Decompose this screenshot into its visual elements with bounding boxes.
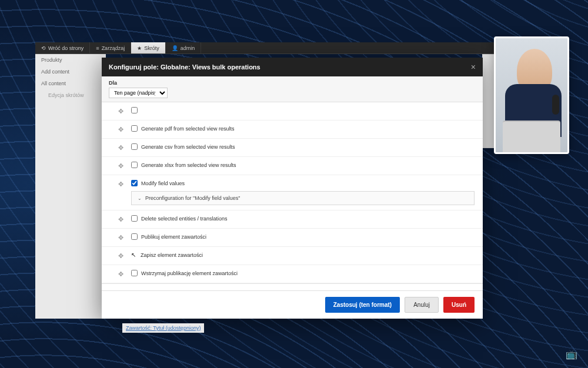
accordion-replacement[interactable]: ⌄ Global replacement patterns (for descr… (102, 283, 483, 290)
modal-title: Konfiguruj pole: Globalne: Views bulk op… (109, 63, 260, 71)
operation-checkbox-line[interactable]: ↖Zapisz element zawartości (131, 252, 475, 258)
operation-row: ✥ Publikuj element zawartości (102, 229, 483, 247)
delete-button[interactable]: Usuń (443, 297, 475, 313)
sidebar: Produkty Add content All content Edycja … (35, 54, 106, 319)
for-label: Dla (109, 80, 476, 86)
operation-row: ✥ Generate pdf from selected view result… (102, 121, 483, 139)
drag-handle-icon[interactable]: ✥ (110, 215, 131, 223)
tv-icon: 📺 (566, 349, 577, 360)
operation-checkbox[interactable] (131, 215, 138, 222)
toolbar-back[interactable]: ⟲Wróć do strony (35, 42, 90, 53)
operation-checkbox-line[interactable]: Wstrzymaj publikację element zawartości (131, 270, 475, 276)
operation-checkbox[interactable] (131, 162, 138, 168)
for-select[interactable]: Ten page (nadpisy) (109, 88, 168, 98)
drag-handle-icon[interactable]: ✥ (110, 252, 131, 260)
operation-checkbox[interactable] (131, 107, 138, 113)
operation-row: ✥ (102, 102, 483, 121)
drag-handle-icon[interactable]: ✥ (110, 180, 131, 188)
drag-handle-icon[interactable]: ✥ (110, 143, 131, 152)
close-icon[interactable]: × (471, 62, 476, 72)
operation-row: ✥ ↖Zapisz element zawartości (102, 247, 483, 265)
toolbar-shortcuts[interactable]: ★Skróty (131, 42, 166, 53)
operation-checkbox[interactable] (131, 233, 138, 240)
config-modal: Konfiguruj pole: Globalne: Views bulk op… (102, 58, 483, 319)
operation-row: ✥ Modify field values ⌄ Preconfiguration… (102, 175, 483, 210)
modal-for-row: Dla Ten page (nadpisy) (102, 76, 483, 102)
operation-row: ✥ Generate xlsx from selected view resul… (102, 157, 483, 175)
cursor-icon: ↖ (131, 252, 136, 258)
drag-handle-icon[interactable]: ✥ (110, 233, 131, 242)
admin-toolbar: ⟲Wróć do strony ≡Zarządzaj ★Skróty 👤admi… (35, 42, 553, 54)
operation-row: ✥ Delete selected entities / translation… (102, 210, 483, 229)
operation-checkbox-line[interactable]: Generate xlsx from selected view results (131, 162, 475, 168)
operation-checkbox-line[interactable] (131, 107, 475, 113)
operation-checkbox-line[interactable]: Publikuj element zawartości (131, 233, 475, 240)
operation-row: ✥ Generate csv from selected view result… (102, 139, 483, 157)
operation-checkbox-line[interactable]: Generate csv from selected view results (131, 143, 475, 150)
modal-footer: Zastosuj (ten format) Anuluj Usuń (102, 290, 483, 319)
operation-checkbox-line[interactable]: Modify field values (131, 180, 475, 186)
operation-checkbox[interactable] (131, 270, 138, 276)
webcam-overlay (494, 36, 569, 154)
cancel-button[interactable]: Anuluj (405, 297, 439, 313)
operation-checkbox-line[interactable]: Generate pdf from selected view results (131, 125, 475, 132)
sidebar-item[interactable]: All content (35, 78, 106, 89)
operation-checkbox-line[interactable]: Delete selected entities / translations (131, 215, 475, 222)
operation-checkbox[interactable] (131, 143, 138, 150)
operation-checkbox[interactable] (131, 180, 138, 186)
sidebar-item[interactable]: Add content (35, 66, 106, 78)
operation-row: ✥ Wstrzymaj publikację element zawartośc… (102, 265, 483, 283)
sidebar-subitem[interactable]: Edycja skrótów (35, 89, 106, 101)
content-link[interactable]: Zawartość: Tytuł (udostępniony) (122, 323, 204, 333)
drag-handle-icon[interactable]: ✥ (110, 270, 131, 278)
toolbar-manage[interactable]: ≡Zarządzaj (90, 42, 131, 53)
modal-header: Konfiguruj pole: Globalne: Views bulk op… (102, 58, 483, 76)
chevron-down-icon: ⌄ (138, 196, 142, 201)
sidebar-item[interactable]: Produkty (35, 54, 106, 66)
preconfig-accordion[interactable]: ⌄ Preconfiguration for "Modify field val… (131, 191, 475, 205)
modal-body: ✥ ✥ Generate pdf from selected view resu… (102, 102, 483, 290)
apply-button[interactable]: Zastosuj (ten format) (325, 297, 400, 313)
toolbar-user[interactable]: 👤admin (166, 42, 202, 53)
operation-checkbox[interactable] (131, 125, 138, 132)
drag-handle-icon[interactable]: ✥ (110, 107, 131, 115)
drag-handle-icon[interactable]: ✥ (110, 125, 131, 133)
drag-handle-icon[interactable]: ✥ (110, 162, 131, 170)
